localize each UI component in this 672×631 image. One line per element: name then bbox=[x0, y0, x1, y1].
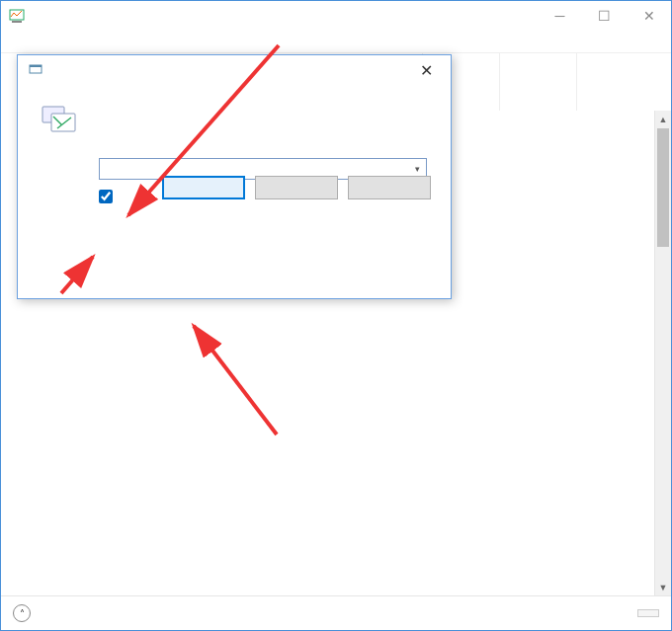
window-titlebar: ─ ☐ ✕ bbox=[1, 1, 671, 31]
col-network[interactable] bbox=[576, 53, 653, 111]
minimize-button[interactable]: ─ bbox=[538, 2, 582, 31]
app-icon bbox=[9, 8, 25, 24]
ok-button[interactable] bbox=[162, 176, 245, 199]
dialog-close-button[interactable]: ✕ bbox=[412, 59, 441, 82]
admin-checkbox[interactable] bbox=[99, 190, 113, 203]
maximize-button[interactable]: ☐ bbox=[582, 2, 627, 31]
scroll-thumb[interactable] bbox=[657, 128, 669, 247]
svg-rect-1 bbox=[12, 21, 22, 23]
menubar bbox=[1, 31, 671, 52]
svg-rect-5 bbox=[51, 114, 75, 131]
close-button[interactable]: ✕ bbox=[627, 2, 671, 31]
svg-rect-3 bbox=[30, 65, 42, 67]
vertical-scrollbar[interactable]: ▲ ▼ bbox=[654, 111, 671, 595]
col-disk[interactable] bbox=[499, 53, 576, 111]
column-headers bbox=[422, 53, 653, 111]
cancel-button[interactable] bbox=[255, 176, 338, 199]
scroll-down-icon[interactable]: ▼ bbox=[655, 579, 671, 595]
browse-button[interactable] bbox=[348, 176, 431, 199]
fewer-details-icon[interactable]: ˄ bbox=[13, 604, 31, 622]
dialog-icon bbox=[28, 62, 43, 78]
dialog-description bbox=[91, 103, 427, 134]
end-task-button[interactable] bbox=[637, 609, 659, 617]
run-dialog: ✕ ▾ bbox=[17, 54, 452, 299]
statusbar: ˄ bbox=[1, 596, 671, 630]
scroll-up-icon[interactable]: ▲ bbox=[655, 111, 671, 127]
run-icon bbox=[42, 103, 77, 134]
